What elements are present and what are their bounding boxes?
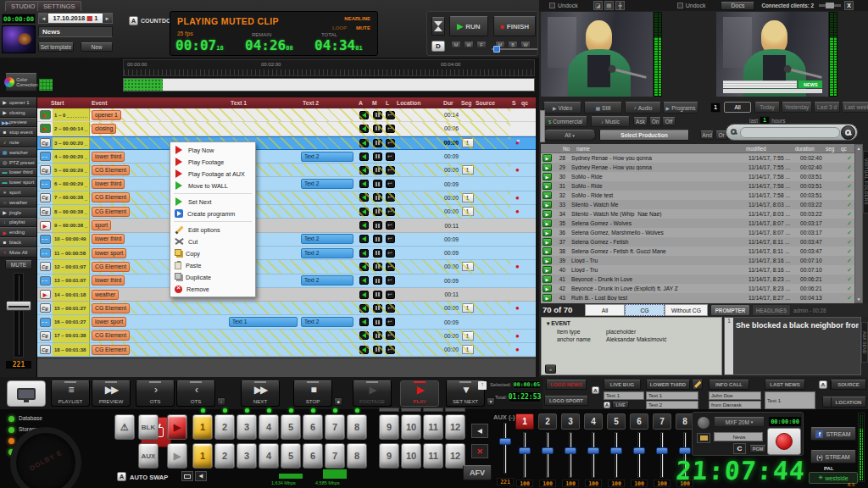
mixer-ch-8-handle[interactable] [679,447,691,454]
info-location-field[interactable]: from Damask [709,401,761,409]
filter-still-button[interactable]: ▦Still [584,102,622,114]
event-cell[interactable]: lower sport [90,317,229,327]
sidebar-item-ending[interactable]: ▶ ending [0,227,36,237]
mixer-ch-7-key[interactable]: 7 [653,413,671,430]
loop-icon[interactable]: ↩ [386,139,395,147]
col-source[interactable]: Source [476,97,495,108]
playlist-row[interactable]: Cg 7 – 00:00:38 CG Element ↩ 00:00 1 ● [37,191,536,205]
col-event[interactable]: Event [92,97,108,108]
play-icon[interactable]: ▶ [542,247,552,255]
playlist-row[interactable]: Cg 15 – 00:01:27 CG Element ↩ 00:00 1 ● [37,302,536,315]
loop-icon[interactable]: ↩ [386,235,395,243]
pgm-button[interactable]: PGM [749,445,766,453]
playlist-row[interactable]: ▶ 2 – 00:00:14 closing ↩ 00:06 [37,122,536,136]
mute-icon[interactable] [373,166,382,175]
mixer-ch-7-handle[interactable] [656,447,668,454]
fader-mute-button[interactable]: MUTE [5,260,32,269]
tab-prompter[interactable]: PROMPTER [710,304,750,316]
text2-cell[interactable]: Text 2 [301,234,357,244]
mute-icon[interactable] [373,235,382,243]
warning-key[interactable]: ⚠ [114,414,135,440]
volume-slider[interactable] [819,4,841,7]
mute-icon[interactable] [373,331,382,340]
start-cell[interactable]: 17 – 00:01:38 [53,330,90,342]
start-cell[interactable]: 10 – 00:00:49 [53,233,90,246]
menu-item-remove[interactable]: Remove [170,283,255,295]
col-text2[interactable]: Text 2 [303,97,319,108]
stop-sub-button[interactable]: ■ [334,397,342,406]
mixer-ch-2-handle[interactable] [542,447,554,454]
date-prev-icon[interactable]: ◄ [39,14,48,23]
record-name-field[interactable]: News [714,432,763,441]
col-qc[interactable]: qc [521,97,528,108]
text2-cell[interactable]: Text 2 [301,248,357,258]
num-key-6-a[interactable]: 6 [303,414,323,440]
blk-key[interactable]: BLK [138,414,159,440]
aux-send-tab[interactable]: AUX SEND [861,322,868,363]
mute-icon[interactable] [373,193,382,202]
run-subkey-m[interactable]: M [451,41,461,48]
num-key-5-a[interactable]: 5 [281,414,301,440]
loop-icon[interactable]: ↩ [386,111,395,119]
audio-icon[interactable] [359,180,369,188]
playlist-row[interactable]: Cg 17 – 00:01:38 CG Element ↩ 00:00 1 ● [37,330,536,343]
col-l[interactable]: L [386,97,389,108]
mixer-ch-6-handle[interactable] [633,447,645,454]
num-key-10-a[interactable]: 10 [401,414,421,440]
mcol-modified[interactable]: modified [746,146,766,152]
media-scroll-thumb[interactable] [540,110,545,142]
loop-icon[interactable]: ↩ [386,276,395,285]
audio-icon[interactable] [359,318,369,326]
monitor-button[interactable] [7,380,46,407]
mute-icon[interactable] [373,249,382,258]
event-cell[interactable]: CG Element [90,330,229,341]
num-key-8-a[interactable]: 8 [347,414,367,440]
play-icon[interactable]: ▶ [542,210,552,218]
media-row[interactable]: ▶ 31SoMo - Ride 11/14/17, 7:58 ...00:03:… [541,181,856,191]
text2-cell[interactable]: Text 2 [301,275,357,286]
mixer-ch-5-handle[interactable] [610,447,622,454]
virtual-folders-tab[interactable]: VIRTUAL FOLDERS [863,151,868,214]
event-cell[interactable]: CG Element [90,345,229,355]
mute-icon[interactable] [373,291,382,299]
cg-filter-all[interactable]: All [585,304,625,316]
logo-news-button[interactable]: LOGO NEWS [546,380,587,390]
event-cell[interactable]: opener 1 [90,110,229,120]
live-bug-button[interactable]: LIVE BUG [604,380,641,390]
mixer-ch-2-track[interactable] [546,432,549,478]
broadcast-stream-button[interactable]: (•)STREAM [810,450,856,463]
last-news-text-field[interactable]: Text 1 [765,391,815,409]
slider-thumb[interactable] [493,46,500,53]
play-icon[interactable]: ▶ [542,238,552,246]
num-key-12-a[interactable]: 12 [445,414,465,440]
tab-headlines[interactable]: HEADLINES [752,304,791,316]
mute-icon[interactable] [373,276,382,285]
audio-icon[interactable] [359,331,369,340]
play-button[interactable]: ▶PLAY [400,380,439,407]
expand-button[interactable]: » [545,364,556,374]
num-key-12-b[interactable]: 12 [445,443,465,469]
date-value[interactable]: 17.10.2018▦1 [48,14,103,23]
playlist-row[interactable]: ▶ 14 – 00:01:18 weather ↩ 00:11 [37,288,536,302]
num-key-4-b[interactable]: 4 [259,443,279,469]
date-next-icon[interactable]: ► [103,14,112,23]
new-button[interactable]: New [81,42,113,52]
segment-spinner[interactable]: 1 [462,138,474,147]
loop-icon[interactable]: ↩ [386,346,395,354]
media-row[interactable]: ▶ 32SoMo - Ride test 11/14/17, 7:58 ...0… [541,191,856,200]
mute-icon[interactable] [373,139,382,147]
master-fader-handle[interactable] [6,301,31,311]
range-yesterday-button[interactable]: Yesterday [782,102,812,113]
range-all-button[interactable]: All [724,102,751,113]
undock-left[interactable]: Undock [549,3,578,8]
range-last-3-d-button[interactable]: Last 3 d [814,102,840,113]
edit-button[interactable] [692,380,703,390]
range-last-week-button[interactable]: Last week [842,102,868,113]
menu-item-paste[interactable]: Paste [170,259,255,271]
audio-icon[interactable] [359,208,369,216]
num-key-9-a[interactable]: 9 [379,414,399,440]
media-row[interactable]: ▶ 40Lloyd - Tru 11/14/17, 8:16 ...00:07:… [541,265,856,274]
playlist-row[interactable]: ~~ 10 – 00:00:49 lower third Text 2 ↩ 00… [37,233,536,247]
program-monitor[interactable]: NEWS [716,12,828,97]
preview-button[interactable]: ▶▶PREVIEW [92,380,131,407]
